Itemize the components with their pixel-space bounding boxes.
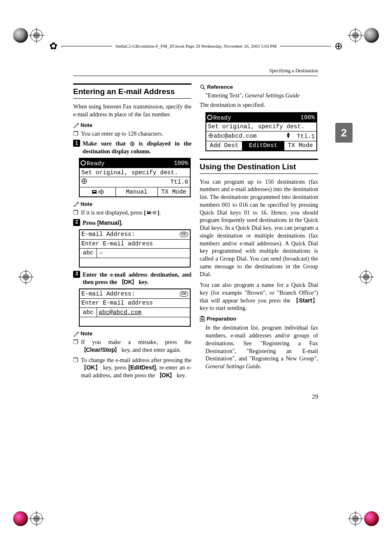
chapter-tab: 2 xyxy=(335,123,353,143)
preparation-heading: Preparation xyxy=(200,315,318,322)
print-mark xyxy=(20,271,32,283)
note-item: ❒ To change the e-mail address after pre… xyxy=(73,356,191,379)
pencil-icon xyxy=(73,201,79,207)
section-heading: Using the Destination List xyxy=(200,159,318,174)
svg-text:/: / xyxy=(151,211,152,215)
step-1: 1 Make sure that is displayed in the des… xyxy=(73,140,191,155)
svg-point-10 xyxy=(201,85,204,88)
step-3: 3 Enter the e-mail address destination, … xyxy=(73,271,191,286)
note-label: Note xyxy=(81,122,92,129)
print-mark xyxy=(349,28,379,43)
header-bar: ✿ StellaC2-GBcombine-F_FM_ZF.book Page 2… xyxy=(49,40,343,52)
magnifier-icon xyxy=(200,84,205,90)
svg-rect-14 xyxy=(201,316,203,317)
body-paragraph: You can program up to 150 destinations (… xyxy=(200,178,318,278)
body-paragraph: You can also program a name for a Quick … xyxy=(200,281,318,312)
lcd-screen: E-mail Address: OK Enter E-mail address … xyxy=(79,229,191,268)
step-2: 2 Press [Manual]. xyxy=(73,219,191,227)
pencil-icon xyxy=(73,331,79,337)
reference-text: "Entering Text", General Settings Guide xyxy=(205,92,318,99)
reference-label: Reference xyxy=(207,83,233,90)
svg-rect-7 xyxy=(148,212,150,213)
page-number: 29 xyxy=(73,393,318,400)
internet-icon xyxy=(81,178,87,186)
lcd-screen: E-mail Address: OK Enter E-mail address … xyxy=(79,289,191,327)
note-heading: Note xyxy=(73,201,191,208)
intro-paragraph: When using Internet Fax transmission, sp… xyxy=(73,103,191,118)
print-mark xyxy=(349,511,379,526)
header-ornament: ✿ xyxy=(49,41,58,51)
lcd-screen: Ready 100% Set original, specify dest. a… xyxy=(205,112,317,151)
status-text: The destination is specified. xyxy=(200,101,318,109)
running-head: Specifying a Destination xyxy=(73,68,318,74)
print-mark xyxy=(360,271,372,283)
preparation-text: In the destination list, program individ… xyxy=(205,324,318,370)
step-number-icon: 3 xyxy=(73,271,80,278)
note-item: ❒ You can enter up to 128 characters. xyxy=(73,130,191,138)
print-mark xyxy=(13,28,43,43)
note-label: Note xyxy=(81,201,92,208)
svg-line-11 xyxy=(203,88,205,90)
fax-internet-toggle: / xyxy=(80,187,116,196)
note-label: Note xyxy=(81,330,92,337)
step-number-icon: 1 xyxy=(73,140,80,147)
pencil-icon xyxy=(73,122,79,128)
section-heading: Entering an E-mail Address xyxy=(73,83,191,99)
note-heading: Note xyxy=(73,122,191,129)
step-number-icon: 2 xyxy=(73,219,80,226)
internet-icon xyxy=(130,141,135,146)
reference-heading: Reference xyxy=(200,83,318,90)
head-rule xyxy=(73,76,318,76)
note-item: ❒ If it is not displayed, press [/]. xyxy=(73,209,191,217)
header-ornament: ⊕ xyxy=(334,40,343,52)
note-heading: Note xyxy=(73,330,191,337)
lcd-screen: Ready 100% Set original, specify dest. T… xyxy=(79,158,191,197)
svg-rect-3 xyxy=(93,191,96,192)
preparation-label: Preparation xyxy=(207,315,236,322)
clipboard-icon xyxy=(200,316,205,322)
header-filepath: StellaC2-GBcombine-F_FM_ZF.book Page 29 … xyxy=(115,44,277,48)
print-mark xyxy=(13,511,43,526)
note-item: ❒ If you make a mistake, press the Clear… xyxy=(73,338,191,353)
